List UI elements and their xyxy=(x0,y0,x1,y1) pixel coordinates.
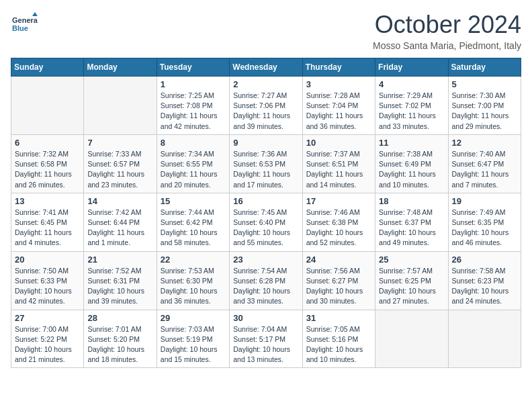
day-number: 27 xyxy=(15,313,80,323)
calendar-cell: 15Sunrise: 7:44 AMSunset: 6:42 PMDayligh… xyxy=(157,193,229,251)
week-row-4: 20Sunrise: 7:50 AMSunset: 6:33 PMDayligh… xyxy=(11,251,521,310)
day-number: 16 xyxy=(233,196,298,206)
page-header: General Blue October 2024 Mosso Santa Ma… xyxy=(11,11,521,51)
day-number: 4 xyxy=(379,79,444,89)
day-info: Sunrise: 7:34 AMSunset: 6:55 PMDaylight:… xyxy=(161,149,226,190)
col-header-thursday: Thursday xyxy=(302,58,375,77)
day-info: Sunrise: 7:32 AMSunset: 6:58 PMDaylight:… xyxy=(15,149,80,190)
calendar-cell: 17Sunrise: 7:46 AMSunset: 6:38 PMDayligh… xyxy=(302,193,375,251)
day-info: Sunrise: 7:48 AMSunset: 6:37 PMDaylight:… xyxy=(379,208,444,248)
day-number: 7 xyxy=(87,138,152,148)
day-number: 23 xyxy=(233,255,298,265)
day-info: Sunrise: 7:40 AMSunset: 6:47 PMDaylight:… xyxy=(452,149,517,190)
calendar-table: SundayMondayTuesdayWednesdayThursdayFrid… xyxy=(11,58,521,368)
week-row-5: 27Sunrise: 7:00 AMSunset: 5:22 PMDayligh… xyxy=(11,310,521,368)
calendar-cell: 26Sunrise: 7:58 AMSunset: 6:23 PMDayligh… xyxy=(448,251,521,310)
week-row-3: 13Sunrise: 7:41 AMSunset: 6:45 PMDayligh… xyxy=(11,193,521,251)
calendar-cell: 7Sunrise: 7:33 AMSunset: 6:57 PMDaylight… xyxy=(84,134,157,193)
day-number: 18 xyxy=(379,196,444,206)
calendar-cell: 19Sunrise: 7:49 AMSunset: 6:35 PMDayligh… xyxy=(448,193,521,251)
calendar-cell: 30Sunrise: 7:04 AMSunset: 5:17 PMDayligh… xyxy=(230,310,302,368)
day-info: Sunrise: 7:04 AMSunset: 5:17 PMDaylight:… xyxy=(233,324,298,365)
day-number: 10 xyxy=(306,138,371,148)
day-number: 24 xyxy=(306,255,371,265)
day-info: Sunrise: 7:01 AMSunset: 5:20 PMDaylight:… xyxy=(87,324,152,365)
calendar-cell xyxy=(11,77,84,135)
day-number: 13 xyxy=(15,196,80,206)
day-info: Sunrise: 7:49 AMSunset: 6:35 PMDaylight:… xyxy=(452,208,517,248)
calendar-cell: 21Sunrise: 7:52 AMSunset: 6:31 PMDayligh… xyxy=(84,251,157,310)
day-info: Sunrise: 7:42 AMSunset: 6:44 PMDaylight:… xyxy=(87,208,152,248)
calendar-cell: 6Sunrise: 7:32 AMSunset: 6:58 PMDaylight… xyxy=(11,134,84,193)
col-header-sunday: Sunday xyxy=(11,58,84,77)
svg-marker-2 xyxy=(32,12,38,16)
logo: General Blue xyxy=(11,11,40,38)
col-header-wednesday: Wednesday xyxy=(230,58,302,77)
day-info: Sunrise: 7:29 AMSunset: 7:02 PMDaylight:… xyxy=(379,91,444,132)
day-info: Sunrise: 7:50 AMSunset: 6:33 PMDaylight:… xyxy=(15,266,80,307)
day-number: 31 xyxy=(306,313,371,323)
day-number: 8 xyxy=(161,138,226,148)
week-row-2: 6Sunrise: 7:32 AMSunset: 6:58 PMDaylight… xyxy=(11,134,521,193)
day-number: 14 xyxy=(87,196,152,206)
col-header-friday: Friday xyxy=(375,58,448,77)
day-number: 25 xyxy=(379,255,444,265)
calendar-cell: 1Sunrise: 7:25 AMSunset: 7:08 PMDaylight… xyxy=(157,77,229,135)
day-info: Sunrise: 7:56 AMSunset: 6:27 PMDaylight:… xyxy=(306,266,371,307)
day-number: 29 xyxy=(161,313,226,323)
day-info: Sunrise: 7:54 AMSunset: 6:28 PMDaylight:… xyxy=(233,266,298,307)
calendar-cell: 20Sunrise: 7:50 AMSunset: 6:33 PMDayligh… xyxy=(11,251,84,310)
day-info: Sunrise: 7:28 AMSunset: 7:04 PMDaylight:… xyxy=(306,91,371,132)
calendar-cell: 22Sunrise: 7:53 AMSunset: 6:30 PMDayligh… xyxy=(157,251,229,310)
calendar-cell: 4Sunrise: 7:29 AMSunset: 7:02 PMDaylight… xyxy=(375,77,448,135)
calendar-cell: 9Sunrise: 7:36 AMSunset: 6:53 PMDaylight… xyxy=(230,134,302,193)
day-info: Sunrise: 7:46 AMSunset: 6:38 PMDaylight:… xyxy=(306,208,371,248)
day-info: Sunrise: 7:58 AMSunset: 6:23 PMDaylight:… xyxy=(452,266,517,307)
calendar-cell: 23Sunrise: 7:54 AMSunset: 6:28 PMDayligh… xyxy=(230,251,302,310)
day-info: Sunrise: 7:53 AMSunset: 6:30 PMDaylight:… xyxy=(161,266,226,307)
month-title: October 2024 xyxy=(373,11,521,39)
day-number: 17 xyxy=(306,196,371,206)
col-header-saturday: Saturday xyxy=(448,58,521,77)
day-number: 5 xyxy=(452,79,517,89)
day-number: 28 xyxy=(87,313,152,323)
col-header-tuesday: Tuesday xyxy=(157,58,229,77)
day-info: Sunrise: 7:03 AMSunset: 5:19 PMDaylight:… xyxy=(161,324,226,365)
calendar-cell: 3Sunrise: 7:28 AMSunset: 7:04 PMDaylight… xyxy=(302,77,375,135)
day-number: 2 xyxy=(233,79,298,89)
day-info: Sunrise: 7:45 AMSunset: 6:40 PMDaylight:… xyxy=(233,208,298,248)
day-info: Sunrise: 7:44 AMSunset: 6:42 PMDaylight:… xyxy=(161,208,226,248)
calendar-cell xyxy=(375,310,448,368)
day-number: 19 xyxy=(452,196,517,206)
col-header-monday: Monday xyxy=(84,58,157,77)
day-info: Sunrise: 7:37 AMSunset: 6:51 PMDaylight:… xyxy=(306,149,371,190)
calendar-cell: 25Sunrise: 7:57 AMSunset: 6:25 PMDayligh… xyxy=(375,251,448,310)
day-info: Sunrise: 7:33 AMSunset: 6:57 PMDaylight:… xyxy=(87,149,152,190)
day-info: Sunrise: 7:05 AMSunset: 5:16 PMDaylight:… xyxy=(306,324,371,365)
calendar-cell: 13Sunrise: 7:41 AMSunset: 6:45 PMDayligh… xyxy=(11,193,84,251)
calendar-cell: 28Sunrise: 7:01 AMSunset: 5:20 PMDayligh… xyxy=(84,310,157,368)
calendar-cell: 11Sunrise: 7:38 AMSunset: 6:49 PMDayligh… xyxy=(375,134,448,193)
calendar-cell: 14Sunrise: 7:42 AMSunset: 6:44 PMDayligh… xyxy=(84,193,157,251)
day-info: Sunrise: 7:52 AMSunset: 6:31 PMDaylight:… xyxy=(87,266,152,307)
calendar-cell: 29Sunrise: 7:03 AMSunset: 5:19 PMDayligh… xyxy=(157,310,229,368)
day-number: 20 xyxy=(15,255,80,265)
calendar-cell: 10Sunrise: 7:37 AMSunset: 6:51 PMDayligh… xyxy=(302,134,375,193)
svg-text:General: General xyxy=(12,16,38,24)
day-number: 11 xyxy=(379,138,444,148)
day-info: Sunrise: 7:27 AMSunset: 7:06 PMDaylight:… xyxy=(233,91,298,132)
day-info: Sunrise: 7:30 AMSunset: 7:00 PMDaylight:… xyxy=(452,91,517,132)
day-number: 6 xyxy=(15,138,80,148)
day-info: Sunrise: 7:57 AMSunset: 6:25 PMDaylight:… xyxy=(379,266,444,307)
day-info: Sunrise: 7:38 AMSunset: 6:49 PMDaylight:… xyxy=(379,149,444,190)
calendar-cell: 24Sunrise: 7:56 AMSunset: 6:27 PMDayligh… xyxy=(302,251,375,310)
location: Mosso Santa Maria, Piedmont, Italy xyxy=(373,40,521,51)
svg-text:Blue: Blue xyxy=(12,24,28,32)
calendar-cell: 31Sunrise: 7:05 AMSunset: 5:16 PMDayligh… xyxy=(302,310,375,368)
day-number: 12 xyxy=(452,138,517,148)
day-info: Sunrise: 7:41 AMSunset: 6:45 PMDaylight:… xyxy=(15,208,80,248)
calendar-cell: 27Sunrise: 7:00 AMSunset: 5:22 PMDayligh… xyxy=(11,310,84,368)
day-number: 3 xyxy=(306,79,371,89)
calendar-cell: 5Sunrise: 7:30 AMSunset: 7:00 PMDaylight… xyxy=(448,77,521,135)
calendar-cell xyxy=(84,77,157,135)
